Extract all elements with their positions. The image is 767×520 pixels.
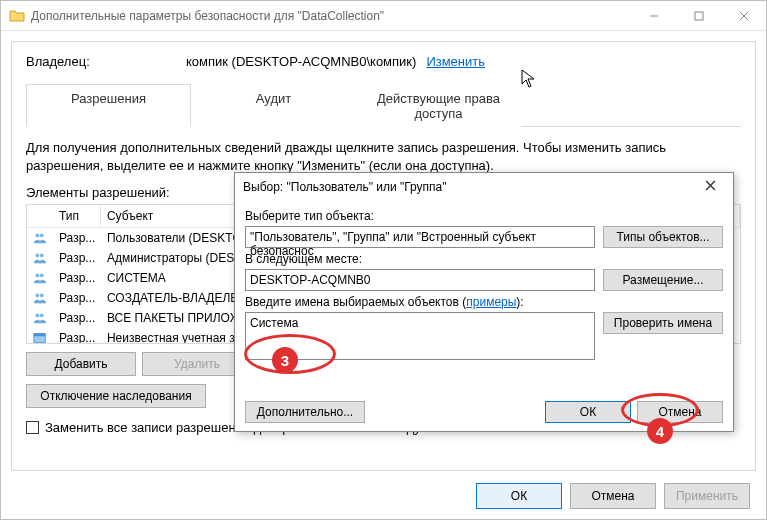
dialog-titlebar: Выбор: "Пользователь" или "Группа": [235, 173, 733, 201]
cell-type: Разр...: [53, 330, 101, 344]
apply-button: Применить: [664, 483, 750, 509]
principal-icon: [27, 230, 53, 246]
object-type-field[interactable]: "Пользователь", "Группа" или "Встроенный…: [245, 226, 595, 248]
principal-icon: [27, 290, 53, 306]
close-button[interactable]: [721, 1, 766, 30]
cancel-button[interactable]: Отмена: [570, 483, 656, 509]
owner-row: Владелец: компик (DESKTOP-ACQMNB0\компик…: [26, 54, 741, 69]
add-button[interactable]: Добавить: [26, 352, 136, 376]
replace-checkbox[interactable]: [26, 421, 39, 434]
object-types-button[interactable]: Типы объектов...: [603, 226, 723, 248]
svg-point-2: [40, 234, 44, 238]
titlebar: Дополнительные параметры безопасности дл…: [1, 1, 766, 31]
window-buttons: [631, 1, 766, 30]
minimize-button[interactable]: [631, 1, 676, 30]
object-names-input[interactable]: Система: [245, 312, 595, 360]
svg-point-1: [35, 234, 39, 238]
change-owner-link[interactable]: Изменить: [426, 54, 485, 69]
location-button[interactable]: Размещение...: [603, 269, 723, 291]
ok-button[interactable]: ОК: [476, 483, 562, 509]
tab-audit[interactable]: Аудит: [191, 84, 356, 127]
tab-effective-access[interactable]: Действующие права доступа: [356, 84, 521, 127]
svg-point-4: [40, 254, 44, 258]
svg-point-7: [35, 294, 39, 298]
footer-buttons: ОК Отмена Применить: [476, 483, 750, 509]
dialog-title: Выбор: "Пользователь" или "Группа": [243, 180, 695, 194]
cell-type: Разр...: [53, 310, 101, 326]
names-label: Введите имена выбираемых объектов (приме…: [245, 295, 723, 309]
disable-inheritance-button[interactable]: Отключение наследования: [26, 384, 206, 408]
col-type[interactable]: Тип: [53, 205, 101, 227]
svg-point-6: [40, 274, 44, 278]
principal-icon: [27, 250, 53, 266]
svg-rect-12: [34, 334, 45, 337]
dialog-advanced-button[interactable]: Дополнительно...: [245, 401, 365, 423]
owner-value: компик (DESKTOP-ACQMNB0\компик): [186, 54, 416, 69]
tabs: Разрешения Аудит Действующие права досту…: [26, 83, 741, 127]
maximize-button[interactable]: [676, 1, 721, 30]
check-names-button[interactable]: Проверить имена: [603, 312, 723, 334]
principal-icon: [27, 270, 53, 286]
svg-point-3: [35, 254, 39, 258]
svg-point-8: [40, 294, 44, 298]
cell-type: Разр...: [53, 290, 101, 306]
tab-permissions[interactable]: Разрешения: [26, 84, 191, 127]
cell-type: Разр...: [53, 250, 101, 266]
principal-icon: [27, 330, 53, 344]
dialog-cancel-button[interactable]: Отмена: [637, 401, 723, 423]
folder-icon: [9, 8, 25, 24]
cell-type: Разр...: [53, 270, 101, 286]
svg-point-10: [40, 314, 44, 318]
dialog-close-button[interactable]: [695, 180, 725, 194]
principal-icon: [27, 310, 53, 326]
location-field[interactable]: DESKTOP-ACQMNB0: [245, 269, 595, 291]
examples-link[interactable]: примеры: [466, 295, 516, 309]
object-type-label: Выберите тип объекта:: [245, 209, 723, 223]
window-title: Дополнительные параметры безопасности дл…: [31, 9, 631, 23]
description-text: Для получения дополнительных сведений дв…: [26, 139, 741, 175]
svg-point-9: [35, 314, 39, 318]
select-user-dialog: Выбор: "Пользователь" или "Группа" Выбер…: [234, 172, 734, 432]
dialog-ok-button[interactable]: ОК: [545, 401, 631, 423]
cell-type: Разр...: [53, 230, 101, 246]
svg-rect-0: [695, 12, 703, 20]
owner-label: Владелец:: [26, 54, 186, 69]
svg-point-5: [35, 274, 39, 278]
location-label: В следующем месте:: [245, 252, 723, 266]
